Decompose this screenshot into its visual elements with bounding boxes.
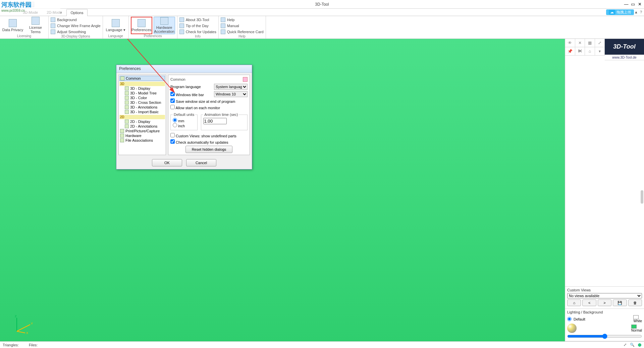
cancel-button[interactable]: Cancel [186, 159, 216, 166]
files-label: Files: [29, 343, 38, 347]
lighting-slider[interactable] [567, 334, 642, 339]
white-label: White [633, 319, 642, 323]
zoom-icon[interactable]: 🔍 [630, 343, 635, 347]
tip-button[interactable]: Tip of the Day [179, 23, 216, 28]
view-save-button[interactable]: 💾 [613, 299, 627, 306]
help-button[interactable]: Help [221, 17, 264, 22]
grid-icon[interactable]: ▦ [585, 39, 595, 47]
menu-icon[interactable]: ▾ [595, 47, 605, 55]
label: Hardware [125, 134, 142, 138]
upload-label: 拖拽上传 [616, 10, 631, 15]
tree-3d-modeltree[interactable]: 3D - Model Tree [119, 91, 165, 95]
about-button[interactable]: About 3D-Tool [179, 17, 216, 22]
program-language-select[interactable]: System language [214, 84, 248, 90]
maximize-button[interactable]: ▭ [630, 2, 636, 7]
qrc-button[interactable]: Quick Reference Card [221, 29, 264, 34]
tree-3d-import[interactable]: 3D - Import Basic [119, 110, 165, 114]
lighting-sphere[interactable] [567, 324, 577, 333]
anim-time-input[interactable] [203, 118, 227, 124]
label: Preferences [131, 28, 151, 32]
label: Common [126, 76, 141, 80]
view-prev-button[interactable]: < [582, 299, 596, 306]
person-icon [112, 19, 120, 27]
viewport-3d[interactable]: Z Y X Preferences Common 3D 3D - Display… [0, 39, 565, 341]
allowstart-checkbox[interactable] [170, 105, 175, 109]
scrollbar[interactable] [641, 190, 643, 204]
status-dot [638, 343, 641, 347]
tree-3d-annot[interactable]: 3D - Annotations [119, 105, 165, 110]
dialog-tree[interactable]: Common 3D 3D - Display 3D - Model Tree 3… [118, 75, 166, 155]
language-button[interactable]: Language ▾ [105, 17, 126, 34]
tree-3d-color[interactable]: 3D - Color [119, 95, 165, 100]
content-header: Common [170, 77, 185, 81]
tree-common[interactable]: Common [119, 76, 165, 81]
titlebar-style-select[interactable]: Windows 10 [214, 91, 248, 97]
titlebar-label: Windows title bar [176, 93, 204, 97]
view-delete-button[interactable]: 🗑 [628, 299, 642, 306]
model-tree[interactable] [565, 60, 644, 287]
tree-2d-annot[interactable]: 2D - Annotations [119, 124, 165, 129]
unit-mm-radio[interactable] [173, 118, 177, 122]
group-label: Preferences [131, 34, 175, 39]
upload-badge[interactable]: ☁拖拽上传 [606, 9, 634, 15]
updates-button[interactable]: Check for Updates [179, 29, 216, 34]
cut-icon[interactable]: ✀ [575, 47, 585, 55]
help-icon[interactable]: ? [640, 10, 642, 14]
home-icon[interactable]: ⌂ [585, 47, 595, 55]
tree-fileassoc[interactable]: File Associations [119, 138, 165, 143]
wireframe-button[interactable]: Change Wire Frame Angle [51, 23, 101, 28]
tree-3d-cross[interactable]: 3D - Cross Section [119, 100, 165, 105]
view-next-button[interactable]: > [598, 299, 611, 306]
lighting-default-radio[interactable] [567, 317, 572, 321]
allowstart-label: Allow start on each monitor [175, 106, 220, 110]
expand-icon[interactable]: ⤢ [595, 39, 605, 47]
quick-access-toolbar [0, 2, 36, 7]
eye-icon[interactable]: 👁 [565, 39, 575, 47]
tree-print[interactable]: Print/Picture/Capture [119, 129, 165, 133]
white-swatch[interactable] [633, 315, 639, 319]
minimize-button[interactable]: — [623, 2, 629, 7]
savesize-checkbox[interactable] [170, 98, 175, 103]
checkupdates-checkbox[interactable] [170, 139, 175, 144]
pin-icon[interactable]: 📌 [565, 47, 575, 55]
close-icon[interactable]: ✕ [575, 39, 585, 47]
group-3d-display: Background Change Wire Frame Angle Adjus… [49, 16, 103, 39]
tree-hardware[interactable]: Hardware [119, 133, 165, 138]
preferences-button[interactable]: Preferences [131, 17, 152, 34]
bulb-icon [179, 23, 184, 28]
tab-2d-mode[interactable]: 2D-Mode [42, 9, 66, 16]
reset-icon[interactable] [243, 77, 248, 82]
qat-icon[interactable] [2, 2, 7, 7]
lighting-section: Lighting / Background Default White Norm… [565, 309, 644, 341]
reset-hidden-button[interactable]: Reset hidden dialogs [185, 146, 232, 153]
background-button[interactable]: Background [51, 17, 101, 22]
fit-icon[interactable]: ⤢ [624, 343, 627, 347]
panel-url[interactable]: www.3D-Tool.de [605, 55, 644, 60]
tree-3d-display[interactable]: 3D - Display [119, 86, 165, 91]
style-icon[interactable]: ▲ [634, 10, 638, 14]
custom-views-select[interactable]: No views available [567, 293, 642, 298]
qat-icon[interactable] [29, 2, 34, 7]
tab-3d-mode[interactable]: 3D-Mode [18, 9, 42, 16]
unit-inch-radio[interactable] [173, 123, 177, 127]
qat-icon[interactable] [9, 2, 14, 7]
hardware-acceleration-button[interactable]: Hardware Acceleration [154, 17, 175, 34]
label: 3D - Model Tree [130, 91, 157, 95]
view-home-button[interactable]: ⌂ [567, 299, 581, 306]
titlebar-checkbox[interactable] [170, 92, 175, 96]
data-privacy-button[interactable]: Data Privacy [2, 17, 23, 34]
manual-button[interactable]: Manual [221, 23, 264, 28]
qat-icon[interactable] [22, 2, 28, 7]
tree-2d-display[interactable]: 2D - Display [119, 119, 165, 124]
qat-icon[interactable] [15, 2, 21, 7]
close-button[interactable]: ✕ [637, 2, 643, 7]
ok-button[interactable]: OK [152, 159, 182, 166]
smoothing-button[interactable]: Adjust Smoothing [51, 29, 101, 34]
group-info: About 3D-Tool Tip of the Day Check for U… [177, 16, 219, 39]
normal-swatch[interactable] [631, 325, 637, 329]
item-icon [120, 129, 124, 133]
tab-options[interactable]: Options [66, 9, 88, 16]
dialog-content: Common Program languageSystem language W… [168, 75, 250, 155]
license-terms-button[interactable]: License Terms [25, 17, 46, 34]
customviews-checkbox[interactable] [170, 133, 175, 137]
